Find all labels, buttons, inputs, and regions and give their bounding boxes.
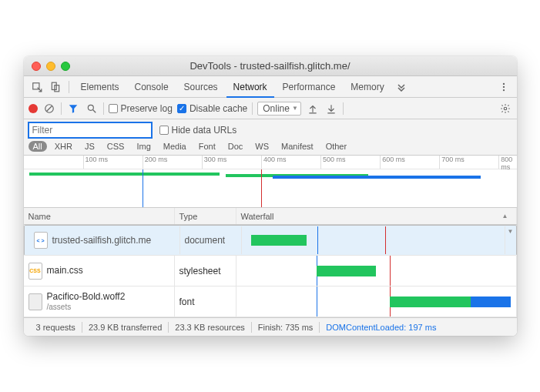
- device-toggle-icon[interactable]: [47, 79, 64, 95]
- filter-chip-css[interactable]: CSS: [102, 141, 129, 152]
- timeline-tick: 500 ms: [320, 156, 346, 169]
- timeline-tick: 200 ms: [143, 156, 168, 169]
- separator: [252, 102, 253, 115]
- record-button[interactable]: [29, 104, 38, 113]
- zoom-window-button[interactable]: [61, 62, 70, 71]
- waterfall-marker: [317, 226, 318, 254]
- filter-chip-media[interactable]: Media: [159, 141, 191, 152]
- filter-bar: Hide data URLs AllXHRJSCSSImgMediaFontDo…: [24, 119, 517, 156]
- cell-type: stylesheet: [175, 256, 236, 286]
- timeline-tick: 600 ms: [380, 156, 405, 169]
- timeline-tick: 300 ms: [202, 156, 227, 169]
- separator: [61, 102, 62, 115]
- filter-chip-js[interactable]: JS: [80, 141, 99, 152]
- separator: [343, 102, 344, 115]
- svg-point-5: [502, 89, 504, 90]
- column-name[interactable]: Name: [24, 208, 175, 224]
- clear-icon[interactable]: [42, 102, 56, 116]
- resource-type-filters: AllXHRJSCSSImgMediaFontDocWSManifestOthe…: [29, 141, 512, 152]
- svg-point-8: [504, 107, 507, 110]
- timeline-tick: 800 ms: [498, 156, 516, 169]
- cell-name: CSSmain.css: [24, 256, 175, 286]
- timeline-marker: [261, 169, 262, 207]
- checkbox-icon: [109, 104, 118, 113]
- filter-chip-manifest[interactable]: Manifest: [277, 141, 318, 152]
- window-title: DevTools - trusted-sailfish.glitch.me/: [24, 60, 517, 72]
- cell-type: font: [175, 286, 236, 317]
- svg-point-3: [502, 82, 504, 84]
- tab-console[interactable]: Console: [128, 76, 176, 98]
- waterfall-marker: [317, 286, 317, 317]
- filter-chip-other[interactable]: Other: [321, 141, 352, 152]
- cell-name: Pacifico-Bold.woff2/assets: [24, 286, 175, 317]
- tab-sources[interactable]: Sources: [177, 76, 225, 98]
- close-window-button[interactable]: [32, 62, 41, 71]
- file-icon: CSS: [29, 263, 42, 280]
- request-row[interactable]: < >trusted-sailfish.glitch.medocument: [24, 225, 517, 256]
- panel-tabs: ElementsConsoleSourcesNetworkPerformance…: [24, 76, 517, 98]
- request-row[interactable]: CSSmain.cssstylesheet: [24, 256, 517, 286]
- tab-network[interactable]: Network: [226, 76, 274, 98]
- kebab-menu-icon[interactable]: [495, 79, 512, 95]
- hide-data-urls-label: Hide data URLs: [172, 125, 237, 136]
- filter-chip-all[interactable]: All: [29, 141, 47, 152]
- status-resources: 23.3 KB resources: [169, 323, 251, 332]
- waterfall-segment: [390, 297, 471, 307]
- status-dcl: DOMContentLoaded: 197 ms: [320, 323, 442, 332]
- status-transferred: 23.9 KB transferred: [82, 323, 168, 332]
- overview-timeline[interactable]: 100 ms200 ms300 ms400 ms500 ms600 ms700 …: [24, 156, 517, 208]
- separator: [103, 102, 104, 115]
- waterfall-marker: [385, 226, 386, 254]
- cell-waterfall: [242, 226, 505, 254]
- cell-type: document: [180, 226, 242, 254]
- file-name: main.css: [47, 265, 83, 276]
- file-name: Pacifico-Bold.woff2: [47, 291, 126, 302]
- disable-cache-checkbox[interactable]: ✓ Disable cache: [177, 103, 247, 114]
- timeline-bar: [273, 176, 481, 179]
- checkbox-icon: ✓: [177, 104, 186, 113]
- column-type[interactable]: Type: [175, 208, 236, 224]
- timeline-marker: [143, 169, 143, 207]
- titlebar: DevTools - trusted-sailfish.glitch.me/: [24, 56, 517, 76]
- settings-icon[interactable]: [498, 102, 512, 116]
- timeline-tick: 400 ms: [261, 156, 287, 169]
- filter-toggle-icon[interactable]: [66, 102, 80, 116]
- filter-chip-img[interactable]: Img: [132, 141, 155, 152]
- more-tabs-icon[interactable]: [393, 79, 410, 95]
- throttle-value: Online: [263, 103, 290, 114]
- filter-chip-ws[interactable]: WS: [250, 141, 273, 152]
- svg-point-7: [88, 105, 93, 110]
- inspect-icon[interactable]: [29, 79, 45, 95]
- checkbox-icon: [159, 126, 169, 135]
- timeline-tick: 100 ms: [83, 156, 109, 169]
- search-icon[interactable]: [85, 102, 99, 116]
- cell-name: < >trusted-sailfish.glitch.me: [29, 226, 180, 254]
- filter-chip-doc[interactable]: Doc: [223, 141, 248, 152]
- file-name: trusted-sailfish.glitch.me: [52, 235, 152, 246]
- file-icon: < >: [34, 232, 48, 249]
- tab-memory[interactable]: Memory: [344, 76, 391, 98]
- waterfall-segment: [471, 297, 511, 307]
- tab-performance[interactable]: Performance: [276, 76, 343, 98]
- column-waterfall[interactable]: Waterfall: [236, 208, 517, 224]
- timeline-ruler: 100 ms200 ms300 ms400 ms500 ms600 ms700 …: [24, 156, 517, 169]
- timeline-body: [24, 169, 517, 207]
- minimize-window-button[interactable]: [46, 62, 55, 71]
- filter-chip-xhr[interactable]: XHR: [50, 141, 77, 152]
- upload-icon[interactable]: [306, 102, 320, 116]
- waterfall-marker: [390, 256, 391, 286]
- timeline-tick: 700 ms: [439, 156, 465, 169]
- request-row[interactable]: Pacifico-Bold.woff2/assetsfont: [24, 286, 517, 317]
- tab-elements[interactable]: Elements: [74, 76, 126, 98]
- waterfall-segment: [317, 266, 376, 276]
- download-icon[interactable]: [324, 102, 338, 116]
- hide-data-urls-checkbox[interactable]: Hide data URLs: [159, 125, 237, 136]
- preserve-log-label: Preserve log: [121, 103, 173, 114]
- svg-point-4: [502, 85, 504, 87]
- cell-waterfall: [236, 286, 517, 317]
- filter-input[interactable]: [29, 122, 152, 138]
- filter-chip-font[interactable]: Font: [194, 141, 220, 152]
- throttle-select[interactable]: Online: [257, 102, 301, 116]
- preserve-log-checkbox[interactable]: Preserve log: [109, 103, 173, 114]
- timeline-bar: [29, 173, 220, 176]
